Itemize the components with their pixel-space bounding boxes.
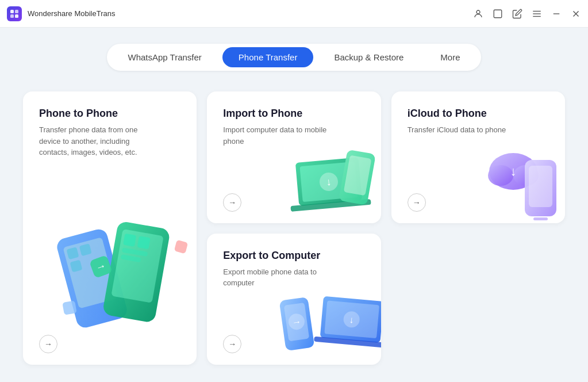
card-import-to-phone[interactable]: Import to Phone Import computer data to … xyxy=(207,91,381,223)
svg-rect-40 xyxy=(533,217,548,220)
account-icon[interactable] xyxy=(473,9,483,19)
cards-grid: Phone to Phone Transfer phone data from … xyxy=(23,91,565,365)
phone-to-phone-illustration: → xyxy=(34,186,197,342)
import-illustration: ↓ xyxy=(283,143,381,223)
svg-rect-0 xyxy=(10,10,14,13)
close-icon[interactable] xyxy=(571,9,581,19)
svg-text:↓: ↓ xyxy=(349,315,354,325)
card-title: Export to Computer xyxy=(223,250,364,262)
svg-point-35 xyxy=(488,165,513,186)
card-title: Import to Phone xyxy=(223,108,364,120)
svg-text:→: → xyxy=(291,316,302,327)
app-body: WhatsApp Transfer Phone Transfer Backup … xyxy=(0,28,588,382)
card-title: Phone to Phone xyxy=(39,108,180,120)
svg-point-4 xyxy=(476,10,480,14)
nav-tabs: WhatsApp Transfer Phone Transfer Backup … xyxy=(107,44,481,71)
window-icon[interactable] xyxy=(493,9,503,19)
menu-icon[interactable] xyxy=(532,9,542,19)
svg-rect-39 xyxy=(529,166,552,207)
card-arrow[interactable]: → xyxy=(408,193,426,212)
tab-whatsapp-transfer[interactable]: WhatsApp Transfer xyxy=(112,47,217,67)
svg-rect-25 xyxy=(62,300,76,315)
card-export-to-computer[interactable]: Export to Computer Export mobile phone d… xyxy=(207,234,381,365)
svg-text:↓: ↓ xyxy=(510,164,517,178)
card-arrow[interactable]: → xyxy=(223,335,241,353)
svg-rect-19 xyxy=(123,234,136,247)
card-description: Transfer iCloud data to phone xyxy=(408,124,522,136)
svg-rect-3 xyxy=(15,14,18,18)
svg-rect-20 xyxy=(137,236,151,249)
window-controls xyxy=(473,9,581,19)
card-phone-to-phone[interactable]: Phone to Phone Transfer phone data from … xyxy=(23,91,197,365)
card-arrow[interactable]: → xyxy=(39,335,57,353)
svg-rect-2 xyxy=(10,14,14,18)
export-illustration: → ↓ xyxy=(272,284,381,365)
titlebar: Wondershare MobileTrans xyxy=(0,0,588,28)
edit-icon[interactable] xyxy=(512,9,522,19)
app-title: Wondershare MobileTrans xyxy=(28,9,473,18)
app-logo xyxy=(7,6,22,21)
tab-backup-restore[interactable]: Backup & Restore xyxy=(318,47,420,67)
card-arrow[interactable]: → xyxy=(223,193,241,212)
svg-text:↓: ↓ xyxy=(325,175,332,188)
svg-rect-5 xyxy=(494,10,502,18)
svg-rect-26 xyxy=(174,240,188,254)
svg-rect-1 xyxy=(15,10,18,13)
card-icloud-to-phone[interactable]: iCloud to Phone Transfer iCloud data to … xyxy=(391,91,565,223)
icloud-illustration: ↓ xyxy=(467,143,565,223)
minimize-icon[interactable] xyxy=(551,9,562,19)
tab-more[interactable]: More xyxy=(424,47,476,67)
tab-phone-transfer[interactable]: Phone Transfer xyxy=(222,47,314,67)
card-title: iCloud to Phone xyxy=(408,108,549,120)
card-description: Transfer phone data from one device to a… xyxy=(39,124,154,158)
